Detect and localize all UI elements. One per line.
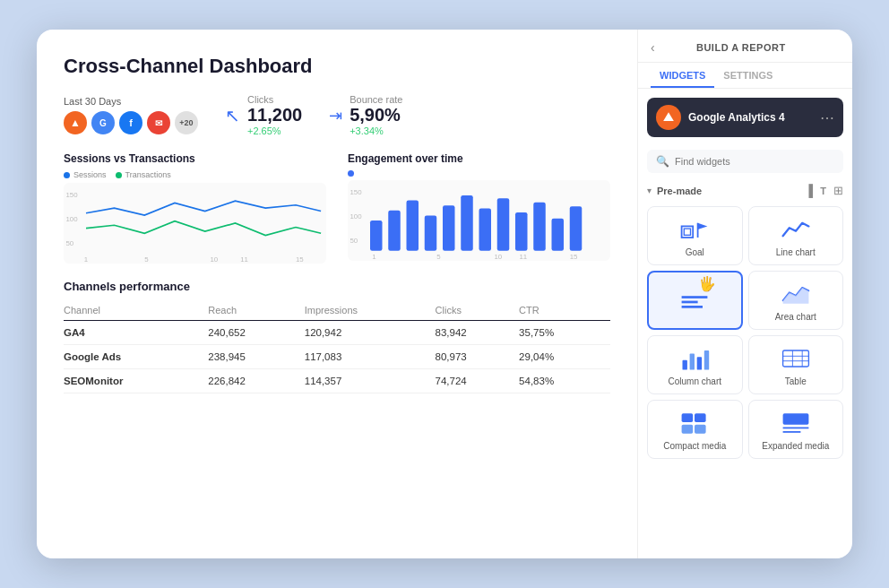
col-ctr: CTR — [519, 300, 610, 321]
widget-compact-media[interactable]: Compact media — [647, 400, 743, 459]
svg-text:100: 100 — [350, 212, 363, 220]
clicks-values: Clicks 11,200 +2.65% — [247, 94, 302, 136]
bar-widget-icon-wrap: 🖐 — [678, 284, 711, 315]
legend-transactions: Transactions — [116, 170, 171, 179]
engagement-svg: 150 100 50 — [348, 180, 610, 261]
main-container: Cross-Channel Dashboard Last 30 Days ▲ G… — [37, 30, 852, 558]
stats-row: Last 30 Days ▲ G f ✉ +20 ↖ Clicks 11,200… — [64, 94, 610, 136]
svg-rect-19 — [515, 212, 528, 251]
right-header: ‹ BUILD A REPORT — [638, 30, 852, 63]
svg-text:1: 1 — [84, 255, 88, 264]
chevron-down-icon: ▾ — [647, 186, 652, 195]
svg-rect-35 — [683, 360, 687, 370]
cell-reach: 240,652 — [208, 321, 304, 345]
cell-clicks: 74,724 — [436, 369, 520, 393]
grid-icon[interactable]: ⊞ — [833, 184, 843, 197]
column-chart-icon — [678, 345, 711, 372]
table-row: GA4 240,652 120,942 83,942 35,75% — [64, 321, 610, 345]
svg-text:15: 15 — [570, 253, 578, 261]
expanded-media-label: Expanded media — [762, 441, 829, 451]
cell-channel: Google Ads — [64, 345, 208, 369]
svg-text:11: 11 — [520, 253, 528, 261]
tab-widgets[interactable]: WIDGETS — [651, 63, 714, 88]
svg-text:11: 11 — [240, 255, 248, 264]
area-chart-label: Area chart — [775, 312, 816, 322]
table-label: Table — [785, 376, 807, 386]
cell-reach: 226,842 — [208, 369, 304, 393]
cursor-icon: 🖐 — [698, 275, 716, 292]
svg-text:5: 5 — [436, 253, 441, 261]
svg-text:5: 5 — [144, 255, 149, 264]
transactions-dot — [116, 172, 122, 178]
svg-rect-37 — [697, 357, 702, 369]
svg-rect-33 — [682, 306, 703, 308]
dashboard-panel: Cross-Channel Dashboard Last 30 Days ▲ G… — [37, 30, 637, 558]
email-icon: ✉ — [147, 111, 170, 134]
clicks-value: 11,200 — [247, 105, 302, 125]
widget-bar-widget[interactable]: 🖐 — [647, 271, 743, 330]
svg-text:50: 50 — [350, 237, 358, 245]
svg-rect-47 — [695, 425, 706, 434]
search-row: 🔍 — [647, 150, 843, 173]
cell-clicks: 83,942 — [436, 321, 520, 345]
svg-rect-28 — [682, 226, 694, 238]
cell-channel: GA4 — [64, 321, 208, 345]
svg-rect-22 — [570, 206, 583, 251]
widget-expanded-media[interactable]: Expanded media — [748, 400, 844, 459]
widgets-grid: Goal Line chart 🖐 — [638, 203, 852, 468]
svg-rect-17 — [479, 209, 492, 251]
ga4-menu-button[interactable]: ⋯ — [820, 109, 834, 126]
cell-ctr: 35,75% — [519, 321, 610, 345]
back-button[interactable]: ‹ — [651, 40, 655, 55]
channels-title: Channels performance — [64, 280, 610, 293]
bounce-icon: ⇥ — [329, 106, 342, 125]
tab-settings[interactable]: SETTINGS — [714, 63, 781, 88]
svg-rect-12 — [388, 211, 401, 251]
ga4-icon: ▲ — [64, 111, 87, 134]
ga4-label: Google Analytics 4 — [688, 111, 813, 124]
cell-impressions: 120,942 — [305, 321, 436, 345]
right-panel: ‹ BUILD A REPORT WIDGETS SETTINGS Google… — [637, 30, 852, 558]
premade-label: Pre-made — [657, 186, 799, 196]
svg-rect-39 — [782, 350, 808, 367]
widget-goal[interactable]: Goal — [647, 206, 743, 265]
meta-icon: f — [119, 111, 142, 134]
cell-ctr: 54,83% — [519, 369, 610, 393]
svg-rect-44 — [682, 413, 694, 422]
tabs-row: WIDGETS SETTINGS — [638, 63, 852, 89]
clicks-block: ↖ Clicks 11,200 +2.65% — [225, 94, 302, 136]
svg-text:150: 150 — [66, 191, 79, 199]
legend-engagement — [348, 170, 354, 177]
bar-chart-icon[interactable]: ▐ — [805, 184, 813, 197]
svg-rect-21 — [552, 219, 565, 251]
widget-line-chart[interactable]: Line chart — [748, 206, 844, 265]
premade-row: ▾ Pre-made ▐ T ⊞ — [638, 180, 852, 203]
compact-media-icon — [678, 410, 711, 437]
engagement-chart-title: Engagement over time — [348, 152, 610, 165]
sessions-chart-title: Sessions vs Transactions — [64, 152, 326, 165]
area-chart-icon — [780, 281, 812, 307]
column-chart-label: Column chart — [669, 376, 721, 386]
widget-table[interactable]: Table — [748, 335, 844, 394]
svg-rect-48 — [782, 413, 808, 425]
search-input[interactable] — [675, 156, 834, 167]
table-row: Google Ads 238,945 117,083 80,973 29,04% — [64, 345, 610, 369]
goal-label: Goal — [686, 247, 704, 257]
compact-media-label: Compact media — [663, 441, 726, 451]
widget-area-chart[interactable]: Area chart — [748, 271, 844, 330]
clicks-cursor-icon: ↖ — [225, 105, 240, 126]
sessions-dot — [64, 172, 70, 178]
col-clicks: Clicks — [436, 300, 520, 321]
svg-rect-46 — [682, 425, 694, 434]
expanded-media-icon — [780, 410, 812, 437]
text-icon[interactable]: T — [820, 186, 826, 196]
ga4-row[interactable]: Google Analytics 4 ⋯ — [647, 98, 843, 137]
svg-rect-14 — [425, 215, 437, 250]
svg-text:10: 10 — [210, 255, 218, 264]
widget-column-chart[interactable]: Column chart — [647, 335, 743, 394]
svg-rect-36 — [690, 354, 695, 370]
gads-icon: G — [91, 111, 115, 134]
bounce-values: Bounce rate 5,90% +3.34% — [350, 94, 402, 136]
cell-channel: SEOMonitor — [64, 369, 208, 393]
cell-clicks: 80,973 — [436, 345, 520, 369]
